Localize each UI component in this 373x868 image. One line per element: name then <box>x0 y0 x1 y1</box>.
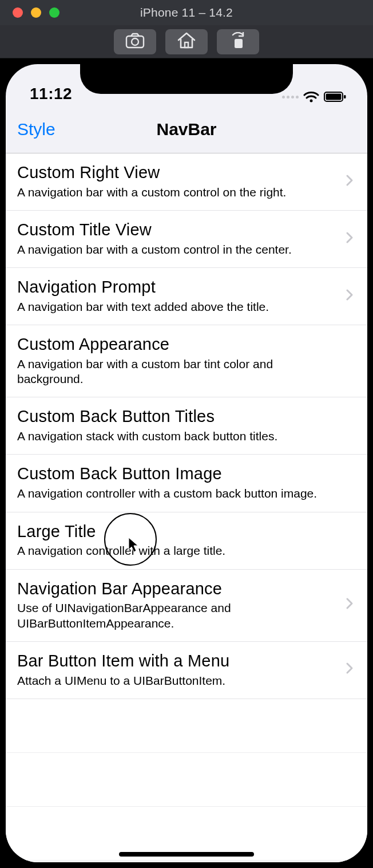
home-indicator[interactable] <box>119 852 254 857</box>
table-row[interactable]: Custom Back Button Titles A navigation s… <box>6 397 367 455</box>
table-row[interactable]: Custom Right View A navigation bar with … <box>6 153 367 211</box>
chevron-right-icon <box>346 597 357 612</box>
svg-point-4 <box>310 100 313 102</box>
window-close-button[interactable] <box>13 7 23 18</box>
cell-title: Custom Right View <box>17 163 332 183</box>
cell-subtitle: A navigation bar with a custom control i… <box>17 242 332 257</box>
cell-title: Custom Appearance <box>17 334 332 354</box>
cell-title: Custom Title View <box>17 220 332 240</box>
svg-rect-6 <box>326 94 342 100</box>
simulator-toolbar <box>0 25 373 58</box>
table-row[interactable]: Custom Back Button Image A navigation co… <box>6 455 367 512</box>
chevron-right-icon <box>346 231 357 246</box>
table-row[interactable]: Custom Appearance A navigation bar with … <box>6 325 367 397</box>
cell-subtitle: A navigation bar with text added above t… <box>17 299 332 314</box>
chevron-right-icon <box>346 662 357 677</box>
home-button[interactable] <box>165 29 208 54</box>
cell-subtitle: Use of UINavigationBarAppearance and UIB… <box>17 601 332 631</box>
chevron-right-icon <box>346 174 357 189</box>
iphone-screen: 11:12 <box>6 64 367 862</box>
table-view[interactable]: Custom Right View A navigation bar with … <box>6 153 367 862</box>
cell-subtitle: Attach a UIMenu to a UIBarButtonItem. <box>17 673 332 688</box>
rotate-icon <box>229 32 247 52</box>
svg-rect-7 <box>344 95 346 98</box>
empty-row <box>6 699 367 753</box>
cell-title: Custom Back Button Titles <box>17 407 332 427</box>
status-time: 11:12 <box>30 85 72 103</box>
table-row[interactable]: Navigation Prompt A navigation bar with … <box>6 268 367 325</box>
svg-point-1 <box>132 38 138 45</box>
table-row[interactable]: Custom Title View A navigation bar with … <box>6 211 367 268</box>
cell-subtitle: A navigation controller with a large tit… <box>17 543 332 558</box>
home-icon <box>177 32 196 52</box>
cell-subtitle: A navigation bar with a custom bar tint … <box>17 357 332 387</box>
cell-subtitle: A navigation controller with a custom ba… <box>17 486 332 501</box>
camera-icon <box>125 33 145 51</box>
window-minimize-button[interactable] <box>31 7 41 18</box>
device-notch <box>80 64 293 94</box>
empty-row <box>6 753 367 807</box>
cell-title: Large Title <box>17 522 332 542</box>
rotate-button[interactable] <box>217 29 259 54</box>
table-row[interactable]: Navigation Bar Appearance Use of UINavig… <box>6 570 367 642</box>
nav-title: NavBar <box>156 120 216 139</box>
svg-rect-2 <box>185 42 188 48</box>
cell-subtitle: A navigation stack with custom back butt… <box>17 429 332 444</box>
cell-title: Navigation Prompt <box>17 277 332 297</box>
chevron-right-icon <box>346 289 357 303</box>
wifi-icon <box>303 90 319 103</box>
window-zoom-button[interactable] <box>49 7 59 18</box>
battery-icon <box>324 91 347 102</box>
status-right <box>282 90 347 103</box>
empty-row <box>6 861 367 862</box>
cell-title: Bar Button Item with a Menu <box>17 651 332 671</box>
cell-title: Custom Back Button Image <box>17 464 332 484</box>
cellular-dots-icon <box>282 96 299 98</box>
simulator-stage: 11:12 <box>0 58 373 868</box>
screenshot-button[interactable] <box>114 29 156 54</box>
table-row[interactable]: Bar Button Item with a Menu Attach a UIM… <box>6 642 367 699</box>
cell-subtitle: A navigation bar with a custom control o… <box>17 185 332 200</box>
svg-rect-3 <box>235 39 243 48</box>
cell-title: Navigation Bar Appearance <box>17 579 332 599</box>
window-traffic-lights <box>0 7 59 18</box>
nav-back-button[interactable]: Style <box>17 120 55 139</box>
table-row[interactable]: Large Title A navigation controller with… <box>6 512 367 570</box>
ios-navigation-bar: Style NavBar <box>6 105 367 153</box>
simulator-titlebar: iPhone 11 – 14.2 <box>0 0 373 25</box>
